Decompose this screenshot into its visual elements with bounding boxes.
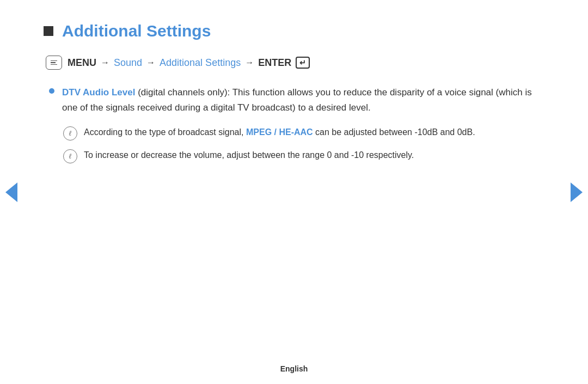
nav-prev-button[interactable]	[5, 182, 17, 202]
enter-icon: ↵	[296, 57, 310, 69]
dtv-audio-level-label: DTV Audio Level	[62, 87, 135, 97]
footer-language: English	[280, 364, 308, 373]
bullet-item: DTV Audio Level (digital channels only):…	[49, 85, 544, 115]
breadcrumb-arrow-1: →	[101, 58, 109, 68]
page-title-row: Additional Settings	[44, 22, 544, 40]
note-text-2: To increase or decrease the volume, adju…	[84, 148, 414, 162]
enter-icon-symbol: ↵	[299, 58, 306, 67]
note-item-1: ℓ According to the type of broadcast sig…	[63, 125, 544, 141]
breadcrumb-arrow-2: →	[146, 58, 155, 68]
nav-next-button[interactable]	[571, 182, 583, 202]
breadcrumb: MENU → Sound → Additional Settings → ENT…	[46, 56, 544, 70]
breadcrumb-sound: Sound	[114, 57, 142, 69]
breadcrumb-additional-settings: Additional Settings	[160, 57, 241, 69]
breadcrumb-enter-label: ENTER	[258, 57, 291, 69]
note-text-1: According to the type of broadcast signa…	[84, 125, 475, 139]
menu-icon	[46, 56, 62, 70]
bullet-text: DTV Audio Level (digital channels only):…	[62, 85, 544, 115]
note-1-text-after: can be adjusted between -10dB and 0dB.	[313, 127, 475, 137]
note-1-text-before: According to the type of broadcast signa…	[84, 127, 246, 137]
page-title: Additional Settings	[62, 22, 211, 40]
menu-icon-inner	[51, 60, 57, 65]
mpeg-heaac-label: MPEG / HE-AAC	[246, 127, 313, 137]
content-area: DTV Audio Level (digital channels only):…	[49, 85, 544, 163]
breadcrumb-menu-label: MENU	[68, 57, 96, 69]
breadcrumb-arrow-3: →	[245, 58, 254, 68]
note-icon-2: ℓ	[63, 149, 77, 163]
bullet-dot	[49, 88, 54, 94]
note-icon-1: ℓ	[63, 126, 77, 141]
section-square-icon	[44, 26, 53, 36]
note-item-2: ℓ To increase or decrease the volume, ad…	[63, 148, 544, 163]
page-container: Additional Settings MENU → Sound → Addit…	[0, 0, 588, 384]
